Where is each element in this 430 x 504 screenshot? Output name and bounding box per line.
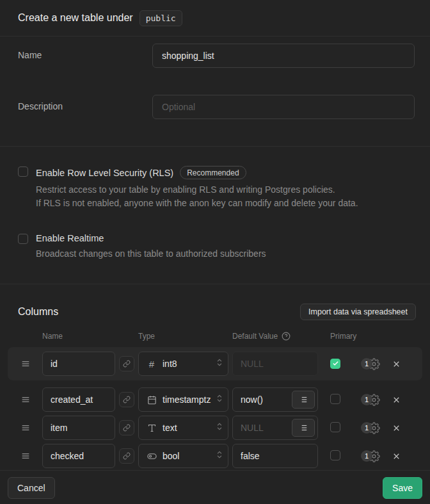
drag-handle-icon[interactable] [13, 394, 38, 405]
import-spreadsheet-button[interactable]: Import data via spreadsheet [300, 304, 416, 320]
name-field-label: Name [18, 44, 152, 60]
primary-checkbox[interactable] [330, 422, 340, 432]
list-icon[interactable] [292, 419, 315, 437]
column-name-input[interactable] [42, 416, 115, 440]
realtime-description: Broadcast changes on this table to autho… [36, 247, 266, 261]
close-icon[interactable] [388, 451, 404, 461]
name-field-row: Name [18, 44, 415, 68]
column-name-input[interactable] [42, 444, 115, 468]
rls-toggle-group: Enable Row Level Security (RLS) Recommen… [18, 166, 412, 210]
rls-checkbox[interactable] [18, 167, 28, 177]
settings-count-badge: 1 [361, 450, 372, 462]
close-icon[interactable] [388, 423, 404, 433]
link-icon[interactable] [119, 392, 134, 407]
column-header-primary: Primary [322, 332, 353, 341]
column-row: # int8 1 [8, 347, 422, 380]
drag-handle-icon[interactable] [13, 359, 38, 369]
save-button[interactable]: Save [383, 477, 422, 499]
column-settings-button[interactable]: 1 [356, 358, 385, 370]
drag-handle-icon[interactable] [13, 451, 38, 461]
column-header-default: Default Value [232, 332, 278, 341]
list-icon[interactable] [292, 391, 315, 409]
calendar-icon [147, 394, 157, 405]
realtime-label: Enable Realtime [36, 233, 104, 243]
chevrons-up-down-icon [215, 450, 224, 462]
hash-icon: # [147, 359, 157, 369]
drag-handle-icon[interactable] [13, 423, 38, 433]
dialog-footer: Cancel Save [0, 470, 430, 504]
column-header-type: Type [138, 332, 228, 341]
table-description-input[interactable] [152, 95, 415, 119]
column-type-select[interactable]: timestamptz [138, 387, 228, 412]
link-icon[interactable] [119, 448, 134, 464]
column-type-select[interactable]: text [138, 416, 228, 440]
type-icon [147, 423, 157, 433]
columns-header-row: Name Type Default Value Primary [8, 332, 422, 341]
close-icon[interactable] [388, 395, 404, 405]
column-row: timestamptz 1 [8, 386, 422, 414]
realtime-toggle-group: Enable Realtime Broadcast changes on thi… [18, 233, 412, 261]
schema-badge: public [139, 10, 182, 26]
column-type-select[interactable]: # int8 [138, 352, 228, 376]
column-settings-button[interactable]: 1 [356, 450, 385, 462]
column-name-input[interactable] [42, 387, 115, 412]
cancel-button[interactable]: Cancel [8, 477, 55, 499]
columns-section: Columns Import data via spreadsheet Name… [0, 284, 430, 470]
chevrons-up-down-icon [215, 422, 224, 434]
column-header-name: Name [42, 332, 115, 341]
toggle-icon [147, 451, 157, 461]
link-icon[interactable] [119, 356, 134, 371]
table-name-input[interactable] [152, 44, 415, 68]
settings-count-badge: 1 [361, 394, 372, 405]
description-field-label: Description [18, 95, 152, 111]
rls-label: Enable Row Level Security (RLS) [36, 168, 173, 178]
close-icon[interactable] [388, 359, 404, 369]
column-row: text 1 [8, 414, 422, 442]
rls-description: Restrict access to your table by enablin… [36, 183, 358, 210]
dialog-title: Create a new table under [18, 12, 133, 24]
column-settings-button[interactable]: 1 [356, 422, 385, 434]
column-row: bool 1 [8, 442, 422, 470]
settings-count-badge: 1 [361, 422, 372, 434]
column-default-input [232, 352, 318, 376]
settings-count-badge: 1 [361, 358, 372, 370]
chevrons-up-down-icon [215, 358, 224, 370]
primary-checkbox[interactable] [330, 450, 340, 460]
primary-checkbox[interactable] [330, 394, 340, 404]
column-settings-button[interactable]: 1 [356, 394, 385, 406]
link-icon[interactable] [119, 420, 134, 435]
basic-fields-section: Name Description [0, 37, 430, 146]
help-circle-icon[interactable] [282, 332, 291, 341]
chevrons-up-down-icon [215, 394, 224, 405]
realtime-checkbox[interactable] [18, 234, 28, 244]
create-table-dialog: Create a new table under public Name Des… [0, 0, 430, 504]
toggles-section: Enable Row Level Security (RLS) Recommen… [0, 147, 430, 284]
primary-checkbox[interactable] [330, 359, 340, 369]
description-field-row: Description [18, 95, 415, 119]
column-default-input[interactable] [232, 444, 318, 468]
column-name-input[interactable] [42, 352, 115, 376]
dialog-header: Create a new table under public [0, 0, 430, 37]
column-type-select[interactable]: bool [138, 444, 228, 468]
recommended-badge: Recommended [180, 166, 246, 179]
columns-title: Columns [18, 306, 58, 318]
